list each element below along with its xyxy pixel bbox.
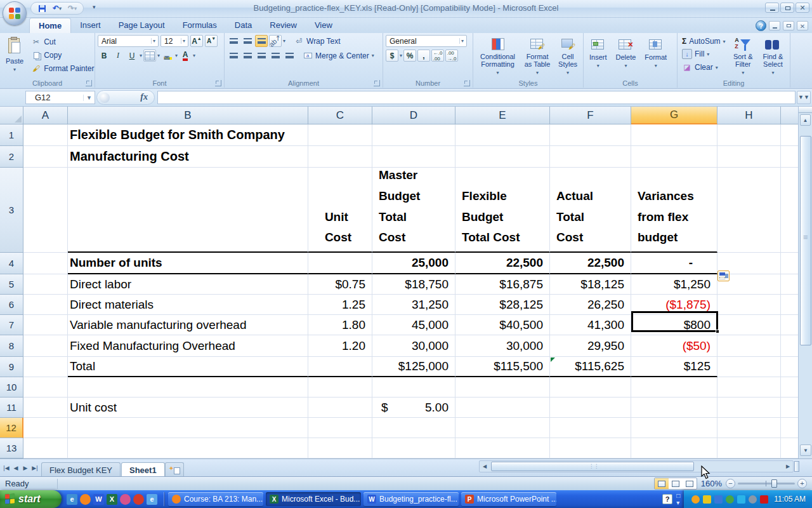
number-dialog-launcher[interactable] [464, 80, 470, 86]
cell-E7[interactable]: $40,500 [455, 315, 550, 335]
clipboard-dialog-launcher[interactable] [86, 80, 92, 86]
cell-C5[interactable]: $0.75 [308, 274, 372, 295]
name-box-dropdown[interactable]: ▼ [83, 95, 95, 101]
row-header-3[interactable]: 3 [0, 168, 23, 253]
cell-F4[interactable]: 22,500 [550, 253, 631, 274]
zoom-slider-thumb[interactable] [771, 479, 777, 488]
column-header-F[interactable]: F [550, 107, 631, 124]
scroll-right-button[interactable]: ▶ [783, 461, 793, 472]
align-center-button[interactable] [241, 50, 254, 62]
cell-C10[interactable] [308, 377, 372, 398]
row-header-4[interactable]: 4 [0, 253, 23, 274]
internet-explorer-2-icon[interactable]: e [147, 494, 157, 505]
cell-C11[interactable] [308, 398, 372, 418]
taskbar-button-excel[interactable]: XMicrosoft Excel - Bud... [266, 492, 361, 506]
cell-F12[interactable] [550, 418, 631, 438]
clear-button[interactable]: ◪Clear▾ [680, 62, 728, 73]
cell-F13[interactable] [550, 438, 631, 458]
column-header-B[interactable]: B [68, 107, 308, 124]
cell-E13[interactable] [455, 438, 550, 458]
font-color-button[interactable]: A [179, 50, 192, 62]
vertical-split-handle[interactable] [799, 107, 812, 113]
close-button[interactable]: ✕ [796, 3, 809, 13]
cell-B1[interactable]: Flexible Budget for Smith Company [68, 124, 308, 146]
cell-D5[interactable]: $18,750 [372, 274, 455, 295]
firefox-icon[interactable] [80, 494, 91, 505]
align-left-button[interactable] [227, 50, 240, 62]
horizontal-scrollbar[interactable]: ◀ ▶ [479, 460, 794, 472]
office-button[interactable] [3, 1, 27, 25]
cell-B11[interactable]: Unit cost [68, 398, 308, 418]
start-button[interactable]: start [0, 490, 62, 508]
zoom-in-button[interactable]: + [797, 479, 807, 488]
cut-button[interactable]: ✂Cut [29, 36, 96, 48]
fill-color-button[interactable]: ◛ [161, 50, 174, 62]
cell-E2[interactable] [455, 146, 550, 168]
cell-H6[interactable] [717, 295, 781, 315]
ribbon-tab-page-layout[interactable]: Page Layout [110, 18, 174, 33]
row-header-2[interactable]: 2 [0, 146, 23, 168]
cell-A12[interactable] [23, 418, 68, 438]
font-name-combo[interactable]: Arial▾ [98, 35, 159, 47]
insert-function-button[interactable]: fx [140, 92, 148, 102]
cell-C12[interactable] [308, 418, 372, 438]
cell-F2[interactable] [550, 146, 631, 168]
vertical-scroll-thumb[interactable] [800, 136, 811, 345]
decrease-indent-button[interactable] [269, 50, 282, 62]
expand-formula-bar-button[interactable]: ▼▼ [797, 91, 811, 104]
cell-D12[interactable] [372, 418, 455, 438]
cell-H11[interactable] [717, 398, 781, 418]
internet-explorer-icon[interactable]: e [67, 494, 77, 505]
workbook-minimize-button[interactable] [769, 21, 780, 30]
cell-B4[interactable]: Number of units [68, 253, 308, 274]
last-sheet-button[interactable]: ▶| [30, 463, 39, 473]
row-header-5[interactable]: 5 [0, 274, 23, 295]
cell-A7[interactable] [23, 315, 68, 335]
cell-B13[interactable] [68, 438, 308, 458]
cell-C7[interactable]: 1.80 [308, 315, 372, 335]
column-header-E[interactable]: E [455, 107, 550, 124]
cell-H9[interactable] [717, 357, 781, 377]
formula-input[interactable] [157, 91, 796, 104]
show-hidden-icons-chevron[interactable]: □▾ [676, 492, 680, 506]
alignment-dialog-launcher[interactable] [374, 80, 380, 86]
column-header-H[interactable]: H [717, 107, 781, 124]
cell-H13[interactable] [717, 438, 781, 458]
cell-E3[interactable]: Flexible Budget Total Cost [455, 168, 550, 253]
row-header-9[interactable]: 9 [0, 357, 23, 377]
format-cells-button[interactable]: Format▾ [641, 35, 670, 77]
cell-D11[interactable]: $5.00 [372, 398, 455, 418]
row-header-8[interactable]: 8 [0, 335, 23, 357]
prev-sheet-button[interactable]: ◀ [11, 463, 20, 473]
cell-F3[interactable]: Actual Total Cost [550, 168, 631, 253]
workbook-close-button[interactable]: ✕ [797, 21, 808, 30]
copy-button[interactable]: Copy [29, 50, 96, 61]
ribbon-tab-formulas[interactable]: Formulas [174, 18, 226, 33]
cell-A11[interactable] [23, 398, 68, 418]
orientation-button[interactable]: ab↗ [269, 35, 282, 47]
cell-C6[interactable]: 1.25 [308, 295, 372, 315]
cell-F7[interactable]: 41,300 [550, 315, 631, 335]
cell-D3[interactable]: Master Budget Total Cost [372, 168, 455, 253]
scroll-down-button[interactable]: ▼ [800, 444, 811, 456]
italic-button[interactable]: I [112, 50, 124, 62]
cell-B6[interactable]: Direct materials [68, 295, 308, 315]
cell-H2[interactable] [717, 146, 781, 168]
fill-button[interactable]: ↓Fill▾ [680, 48, 728, 60]
tray-shield-icon[interactable] [703, 495, 711, 504]
cell-E10[interactable] [455, 377, 550, 398]
comma-button[interactable]: , [417, 50, 430, 62]
cell-G12[interactable] [631, 418, 717, 438]
align-bottom-button[interactable] [255, 35, 268, 47]
help-button[interactable]: ? [756, 20, 766, 31]
smart-tag-icon[interactable] [717, 271, 730, 281]
zoom-level[interactable]: 160% [701, 479, 722, 488]
tray-green-icon[interactable] [726, 495, 734, 504]
cell-B8[interactable]: Fixed Manufacturing Overhead [68, 335, 308, 357]
cell-A4[interactable] [23, 253, 68, 274]
cell-B12[interactable] [68, 418, 308, 438]
cell-E6[interactable]: $28,125 [455, 295, 550, 315]
help-tray-icon[interactable]: ? [662, 494, 672, 504]
decrease-decimal-button[interactable]: .00→.0 [445, 50, 458, 62]
cell-G9[interactable]: $125 [631, 357, 717, 377]
